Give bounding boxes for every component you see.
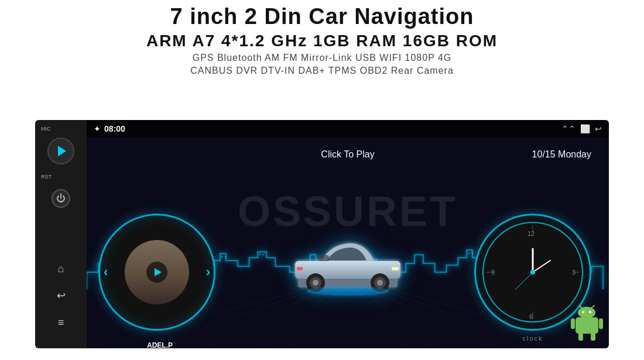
physical-unit: MIC RST ⏻ ⌂ ↩ ≡ [35,120,87,348]
signal-icon: ⌃⌃ [561,124,576,133]
prev-arrow[interactable]: ‹ [104,265,108,280]
home-icon[interactable]: ⌂ [53,260,69,277]
album-play-button[interactable] [146,262,167,283]
status-left: ✦ 08:00 [94,124,125,133]
svg-rect-62 [599,318,603,329]
svg-rect-12 [468,252,470,254]
back-icon[interactable]: ↩ [53,287,69,304]
svg-rect-13 [471,252,473,254]
power-button[interactable]: ⏻ [52,189,70,208]
svg-point-57 [582,311,584,313]
svg-text:9: 9 [491,269,495,276]
mic-label: MIC [41,126,51,132]
side-icons: ⌂ ↩ ≡ [53,260,69,342]
bluetooth-icon: ✦ [94,124,101,133]
date-display: 10/15 Monday [532,149,591,160]
play-button[interactable] [47,138,74,164]
artist-name: ADEL.P [147,341,173,348]
features-line2: CANBUS DVR DTV-IN DAB+ TPMS OBD2 Rear Ca… [0,66,644,76]
status-time: 08:00 [104,124,125,133]
svg-line-59 [579,306,582,308]
vinyl-ring: ‹ › [98,214,215,331]
play-tri-icon [155,268,162,276]
svg-rect-63 [578,332,583,341]
svg-rect-39 [392,267,399,270]
svg-point-41 [307,286,389,296]
screen-area: ✦ 08:00 ⌃⌃ ⬜ ↩ OSSURET Click To Play 10/… [87,120,609,348]
click-to-play-label: Click To Play [321,149,374,160]
svg-line-60 [591,306,594,308]
menu-icon[interactable]: ≡ [53,314,69,331]
car-image [289,235,406,301]
svg-point-35 [313,280,318,286]
svg-rect-6 [221,256,223,258]
svg-rect-9 [262,253,264,255]
music-widget: ‹ › ADEL.P [98,214,221,337]
window-icon: ⬜ [580,124,590,133]
svg-point-54 [530,270,535,275]
status-bar: ✦ 08:00 ⌃⌃ ⬜ ↩ [87,120,609,138]
svg-rect-61 [571,318,575,329]
car-unit-wrapper: MIC RST ⏻ ⌂ ↩ ≡ [35,120,609,354]
features-line1: GPS Bluetooth AM FM Mirror-Link USB WIFI… [0,53,644,63]
header-section: 7 inch 2 Din Car Navigation ARM A7 4*1.2… [0,0,644,76]
svg-rect-8 [259,253,261,255]
watermark: OSSURET [238,187,458,235]
status-right: ⌃⌃ ⬜ ↩ [561,124,602,133]
svg-rect-55 [576,317,598,334]
svg-text:3: 3 [572,269,576,276]
svg-rect-32 [318,255,329,261]
return-icon: ↩ [595,124,602,133]
album-art [125,240,189,304]
android-logo [571,304,603,342]
power-icon: ⏻ [56,193,66,204]
svg-rect-40 [297,267,303,270]
page-container: 7 inch 2 Din Car Navigation ARM A7 4*1.2… [0,0,644,360]
rst-label: RST [41,174,52,180]
svg-text:12: 12 [527,230,535,237]
svg-rect-64 [591,332,595,341]
svg-point-58 [589,311,591,313]
svg-point-56 [578,307,595,318]
svg-rect-7 [225,256,227,258]
play-triangle-icon [58,146,66,156]
specs-line: ARM A7 4*1.2 GHz 1GB RAM 16GB ROM [0,32,644,50]
main-title: 7 inch 2 Din Car Navigation [0,5,644,29]
clock-label: clock [522,335,543,342]
svg-text:6: 6 [529,313,533,320]
svg-point-38 [377,280,383,286]
next-arrow[interactable]: › [206,265,210,280]
